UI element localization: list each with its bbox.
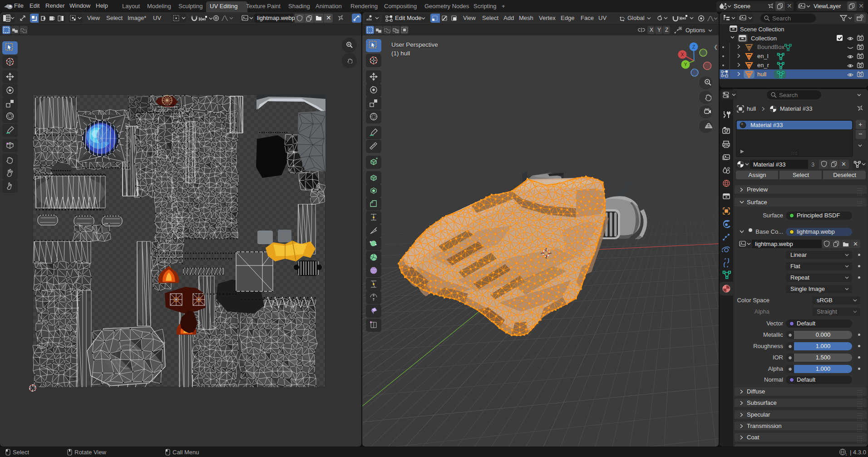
svg-text:BoundBox: BoundBox [757, 44, 784, 50]
svg-text:X: X [681, 52, 684, 57]
svg-text:hull: hull [757, 71, 766, 78]
svg-text:en_r: en_r [757, 62, 769, 69]
svg-text:Z: Z [692, 44, 695, 49]
svg-text:Collection: Collection [751, 35, 777, 42]
svg-text:Y: Y [684, 62, 687, 67]
svg-text:Scene Collection: Scene Collection [740, 26, 784, 33]
svg-text:1: 1 [845, 453, 847, 456]
svg-text:en_l: en_l [757, 53, 769, 59]
